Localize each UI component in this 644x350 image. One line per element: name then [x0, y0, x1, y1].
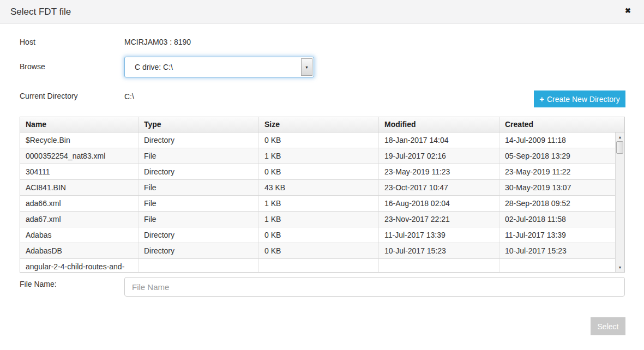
scroll-up-icon[interactable]: ▲ — [616, 134, 624, 141]
column-header-size[interactable]: Size — [259, 117, 379, 132]
cell-type: Directory — [139, 227, 259, 243]
host-value: MCIRJAM03 : 8190 — [124, 38, 191, 46]
file-name-label: File Name: — [20, 280, 57, 288]
host-label: Host — [20, 38, 35, 46]
cell-type: File — [139, 196, 259, 211]
cell-size: 1 KB — [259, 212, 379, 227]
table-row[interactable]: 304111 Directory 0 KB 23-May-2019 11:23 … — [20, 164, 624, 180]
table-row[interactable]: AdabasDB Directory 0 KB 10-Jul-2017 15:2… — [20, 243, 624, 259]
cell-type: File — [139, 180, 259, 195]
cell-modified: 23-Oct-2017 10:47 — [379, 180, 499, 195]
cell-modified: 23-Nov-2017 22:21 — [379, 212, 499, 227]
cell-name: 304111 — [20, 164, 139, 179]
scrollbar-thumb[interactable] — [616, 141, 623, 154]
browse-label: Browse — [20, 62, 45, 71]
cell-name: $Recycle.Bin — [20, 132, 139, 148]
cell-type: Directory — [139, 243, 259, 258]
plus-icon: + — [539, 94, 544, 104]
cell-created: 05-Sep-2018 13:29 — [499, 148, 624, 164]
file-table: Name Type Size Modified Created $Recycle… — [20, 117, 625, 273]
cell-size: 43 KB — [259, 180, 379, 195]
cell-size — [259, 259, 379, 273]
select-button[interactable]: Select — [591, 317, 625, 335]
dropdown-button[interactable]: ▼ — [301, 58, 312, 76]
cell-modified: 18-Jan-2017 14:04 — [379, 132, 499, 148]
table-row[interactable]: Adabas Directory 0 KB 11-Jul-2017 13:39 … — [20, 227, 624, 243]
cell-created: 10-Jul-2017 15:23 — [499, 243, 624, 258]
column-header-type[interactable]: Type — [139, 117, 259, 132]
dialog-title: Select FDT file — [10, 7, 71, 17]
cell-type — [139, 259, 259, 273]
table-row[interactable]: angular-2-4-child-routes-and- — [20, 259, 624, 273]
scroll-down-icon[interactable]: ▼ — [616, 264, 624, 271]
cell-size: 1 KB — [259, 148, 379, 164]
cell-size: 0 KB — [259, 227, 379, 243]
current-directory-value: C:\ — [124, 92, 134, 101]
cell-name: angular-2-4-child-routes-and- — [20, 259, 139, 273]
table-row[interactable]: ada67.xml File 1 KB 23-Nov-2017 22:21 02… — [20, 212, 624, 227]
column-header-modified[interactable]: Modified — [379, 117, 499, 132]
cell-modified: 10-Jul-2017 15:23 — [379, 243, 499, 258]
chevron-down-icon: ▼ — [305, 65, 309, 69]
browse-drive-select[interactable]: C drive: C:\ ▼ — [124, 57, 314, 77]
cell-created: 02-Jul-2018 11:58 — [499, 212, 624, 227]
create-new-directory-label: Create New Directory — [547, 95, 620, 104]
cell-type: File — [139, 212, 259, 227]
cell-created: 30-May-2019 13:07 — [499, 180, 624, 195]
cell-name: AdabasDB — [20, 243, 139, 258]
dialog-header: Select FDT file ✖ — [0, 0, 644, 24]
cell-name: ada66.xml — [20, 196, 139, 211]
file-table-body: $Recycle.Bin Directory 0 KB 18-Jan-2017 … — [20, 132, 624, 273]
cell-modified: 11-Jul-2017 13:39 — [379, 227, 499, 243]
cell-type: File — [139, 148, 259, 164]
current-directory-label: Current Directory — [20, 92, 78, 100]
cell-modified — [379, 259, 499, 273]
cell-type: Directory — [139, 164, 259, 179]
cell-size: 1 KB — [259, 196, 379, 211]
cell-size: 0 KB — [259, 164, 379, 179]
column-header-created[interactable]: Created — [499, 117, 624, 132]
cell-name: Adabas — [20, 227, 139, 243]
cell-name: ACI841.BIN — [20, 180, 139, 195]
table-row[interactable]: 0000352254_nat83.xml File 1 KB 19-Jul-20… — [20, 148, 624, 164]
cell-name: ada67.xml — [20, 212, 139, 227]
cell-type: Directory — [139, 132, 259, 148]
browse-selected-value: C drive: C:\ — [135, 63, 173, 71]
cell-created: 14-Jul-2009 11:18 — [499, 132, 624, 148]
table-row[interactable]: ACI841.BIN File 43 KB 23-Oct-2017 10:47 … — [20, 180, 624, 196]
table-row[interactable]: $Recycle.Bin Directory 0 KB 18-Jan-2017 … — [20, 132, 624, 148]
select-fdt-file-dialog: Select FDT file ✖ Host MCIRJAM03 : 8190 … — [0, 0, 644, 350]
cell-size: 0 KB — [259, 243, 379, 258]
create-new-directory-button[interactable]: + Create New Directory — [534, 90, 625, 107]
cell-created: 11-Jul-2017 13:39 — [499, 227, 624, 243]
cell-name: 0000352254_nat83.xml — [20, 148, 139, 164]
cell-modified: 19-Jul-2017 02:16 — [379, 148, 499, 164]
cell-modified: 23-May-2019 11:23 — [379, 164, 499, 179]
file-name-input[interactable] — [124, 277, 625, 297]
cell-size: 0 KB — [259, 132, 379, 148]
cell-modified: 16-Aug-2018 02:04 — [379, 196, 499, 211]
table-scrollbar[interactable]: ▲ ▼ — [615, 132, 624, 272]
cell-created: 28-Sep-2018 09:52 — [499, 196, 624, 211]
column-header-name[interactable]: Name — [20, 117, 139, 132]
file-table-header: Name Type Size Modified Created — [20, 117, 624, 132]
close-icon[interactable]: ✖ — [625, 7, 631, 15]
cell-created: 23-May-2019 11:22 — [499, 164, 624, 179]
cell-created — [499, 259, 624, 273]
table-row[interactable]: ada66.xml File 1 KB 16-Aug-2018 02:04 28… — [20, 196, 624, 212]
